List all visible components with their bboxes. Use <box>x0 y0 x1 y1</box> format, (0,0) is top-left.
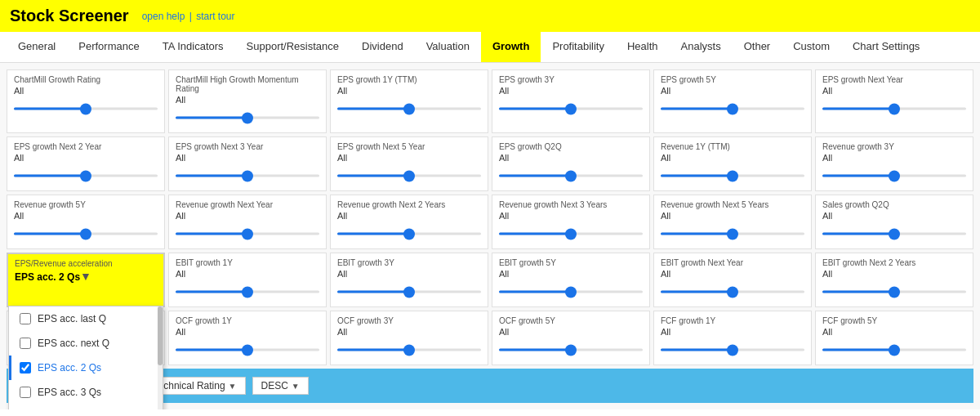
slider-thumb-revenue-growth-next-year[interactable] <box>242 228 253 239</box>
slider-eps-growth-1y-ttm[interactable] <box>337 102 481 115</box>
dropdown-checkbox-3[interactable] <box>20 387 31 398</box>
dropdown-item-2[interactable]: EPS acc. 2 Qs <box>9 356 163 380</box>
eps-revenue-dropdown-arrow[interactable]: ▼ <box>80 270 91 283</box>
slider-ocf-growth-1y[interactable] <box>176 343 319 356</box>
tab-ta-indicators[interactable]: TA Indicators <box>151 32 235 62</box>
dropdown-checkbox-0[interactable] <box>20 313 31 324</box>
sort-order-button[interactable]: DESC ▼ <box>252 377 309 395</box>
slider-eps-growth-next-2y[interactable] <box>14 169 158 182</box>
dropdown-item-0[interactable]: EPS acc. last Q <box>9 306 163 331</box>
tab-performance[interactable]: Performance <box>67 32 150 62</box>
slider-thumb-eps-growth-5y[interactable] <box>727 103 738 114</box>
slider-ebit-growth-1y[interactable] <box>176 285 319 298</box>
dropdown-scrollbar[interactable] <box>158 306 163 409</box>
slider-track-fcf-growth-1y <box>661 349 804 351</box>
slider-ocf-growth-5y[interactable] <box>499 343 643 356</box>
tab-general[interactable]: General <box>7 32 67 62</box>
slider-thumb-ebit-growth-1y[interactable] <box>242 286 253 297</box>
slider-thumb-ebit-growth-5y[interactable] <box>565 286 577 297</box>
slider-thumb-revenue-growth-next-3y[interactable] <box>565 228 577 239</box>
slider-revenue-1y-ttm[interactable] <box>661 169 804 182</box>
slider-thumb-chartmill-high-growth[interactable] <box>242 112 253 123</box>
slider-thumb-ocf-growth-3y[interactable] <box>403 344 415 356</box>
slider-fill-ocf-growth-1y <box>176 349 247 351</box>
open-help-link[interactable]: open help <box>142 11 185 22</box>
slider-chartmill-high-growth[interactable] <box>176 111 319 124</box>
slider-thumb-eps-growth-next-5y[interactable] <box>403 170 415 181</box>
slider-eps-growth-q2q[interactable] <box>499 169 643 182</box>
slider-thumb-chartmill-growth-rating[interactable] <box>80 103 91 114</box>
tab-health[interactable]: Health <box>616 32 670 62</box>
slider-ebit-growth-3y[interactable] <box>337 285 481 298</box>
slider-thumb-eps-growth-next-2y[interactable] <box>80 170 91 181</box>
slider-thumb-eps-growth-q2q[interactable] <box>565 170 577 181</box>
slider-chartmill-growth-rating[interactable] <box>14 102 158 115</box>
slider-ebit-growth-next-year[interactable] <box>661 285 804 298</box>
slider-track-eps-growth-q2q <box>499 175 643 177</box>
filter-item-ebit-growth-3y: EBIT growth 3YAll <box>330 253 488 307</box>
slider-sales-growth-q2q[interactable] <box>822 227 966 240</box>
slider-thumb-revenue-growth-5y[interactable] <box>80 228 91 239</box>
slider-thumb-ebit-growth-next-2y[interactable] <box>889 286 900 297</box>
dropdown-item-4[interactable]: EPS acc. 4 Qs <box>9 405 163 409</box>
slider-revenue-growth-5y[interactable] <box>14 227 158 240</box>
slider-track-eps-growth-next-5y <box>337 175 481 177</box>
slider-thumb-revenue-growth-3y[interactable] <box>889 170 900 181</box>
tab-custom[interactable]: Custom <box>782 32 841 62</box>
slider-ocf-growth-3y[interactable] <box>337 343 481 356</box>
filter-value-ocf-growth-5y: All <box>499 327 643 337</box>
slider-track-ocf-growth-3y <box>337 349 481 351</box>
slider-ebit-growth-next-2y[interactable] <box>822 285 966 298</box>
tab-support-resistance[interactable]: Support/Resistance <box>235 32 350 62</box>
tab-growth[interactable]: Growth <box>481 32 541 62</box>
slider-thumb-ocf-growth-1y[interactable] <box>242 344 253 356</box>
slider-eps-growth-next-3y[interactable] <box>176 169 319 182</box>
slider-thumb-ebit-growth-3y[interactable] <box>403 286 415 297</box>
tab-valuation[interactable]: Valuation <box>415 32 481 62</box>
filter-item-ebit-growth-next-year: EBIT growth Next YearAll <box>653 253 812 307</box>
tab-dividend[interactable]: Dividend <box>350 32 415 62</box>
slider-thumb-revenue-growth-next-5y[interactable] <box>727 228 738 239</box>
dropdown-item-1[interactable]: EPS acc. next Q <box>9 331 163 356</box>
dropdown-checkbox-1[interactable] <box>20 338 31 349</box>
tab-profitability[interactable]: Profitability <box>541 32 616 62</box>
filter-grid: ChartMill Growth RatingAllChartMill High… <box>7 69 973 365</box>
slider-revenue-growth-3y[interactable] <box>822 169 966 182</box>
slider-fill-fcf-growth-5y <box>822 349 894 351</box>
slider-thumb-eps-growth-next-3y[interactable] <box>242 170 253 181</box>
dropdown-checkbox-2[interactable] <box>20 362 31 374</box>
slider-eps-growth-next-year[interactable] <box>822 102 966 115</box>
eps-revenue-dropdown-wrapper[interactable]: EPS acc. 2 Qs▼ <box>15 270 91 283</box>
slider-thumb-fcf-growth-1y[interactable] <box>727 344 738 356</box>
slider-revenue-growth-next-year[interactable] <box>176 227 319 240</box>
tab-chart-settings[interactable]: Chart Settings <box>841 32 931 62</box>
slider-revenue-growth-next-3y[interactable] <box>499 227 643 240</box>
filter-item-ebit-growth-5y: EBIT growth 5YAll <box>492 253 650 307</box>
slider-fcf-growth-1y[interactable] <box>661 343 804 356</box>
slider-fcf-growth-5y[interactable] <box>822 343 966 356</box>
slider-thumb-revenue-1y-ttm[interactable] <box>727 170 738 181</box>
slider-thumb-sales-growth-q2q[interactable] <box>889 228 900 239</box>
slider-thumb-fcf-growth-5y[interactable] <box>889 344 900 356</box>
slider-eps-growth-5y[interactable] <box>661 102 804 115</box>
slider-thumb-eps-growth-next-year[interactable] <box>889 103 900 114</box>
slider-thumb-ocf-growth-5y[interactable] <box>565 344 577 356</box>
tab-analysts[interactable]: Analysts <box>670 32 733 62</box>
slider-thumb-eps-growth-3y[interactable] <box>565 103 577 114</box>
tab-other[interactable]: Other <box>733 32 782 62</box>
slider-eps-growth-next-5y[interactable] <box>337 169 481 182</box>
slider-fill-eps-growth-3y <box>499 108 571 110</box>
start-tour-link[interactable]: start tour <box>196 11 234 22</box>
slider-eps-growth-3y[interactable] <box>499 102 643 115</box>
slider-track-revenue-growth-next-3y <box>499 233 643 235</box>
dropdown-item-3[interactable]: EPS acc. 3 Qs <box>9 380 163 405</box>
slider-track-eps-growth-1y-ttm <box>337 108 481 110</box>
slider-ebit-growth-5y[interactable] <box>499 285 643 298</box>
slider-thumb-revenue-growth-next-2y[interactable] <box>403 228 415 239</box>
dropdown-label-1: EPS acc. next Q <box>38 338 109 349</box>
slider-revenue-growth-next-5y[interactable] <box>661 227 804 240</box>
slider-revenue-growth-next-2y[interactable] <box>337 227 481 240</box>
slider-thumb-eps-growth-1y-ttm[interactable] <box>403 103 415 114</box>
slider-thumb-ebit-growth-next-year[interactable] <box>727 286 738 297</box>
filter-label-ocf-growth-3y: OCF growth 3Y <box>337 316 481 325</box>
